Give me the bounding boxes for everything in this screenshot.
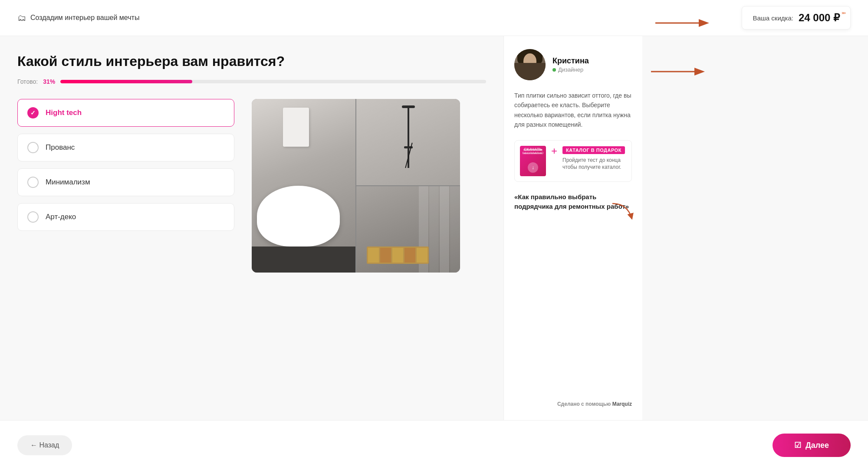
option-label-hight-tech: Hight tech xyxy=(46,108,82,117)
back-button-label: ← Назад xyxy=(30,441,59,449)
option-label-minimalism: Минимализм xyxy=(46,178,90,187)
option-label-art-deco: Арт-деко xyxy=(46,213,76,221)
radio-minimalism xyxy=(27,177,39,188)
chevron-icon: ⤔ xyxy=(842,10,846,16)
made-with: Сделано с помощью Marquiz xyxy=(514,401,632,407)
main-wrapper: Какой стиль интерьера вам нравится? Гото… xyxy=(0,36,868,420)
options-col: Hight tech Прованс Минимализм Арт-деко xyxy=(17,99,234,231)
discount-box: ⤔ Ваша скидка: 24 000 ₽ xyxy=(742,6,851,30)
designer-avatar xyxy=(514,49,546,80)
header: 🗂 Создадим интерьер вашей мечты ⤔ Ваша с… xyxy=(0,0,868,36)
book-promo-wrapper: «Как правильно выбрать подрядчика для ре… xyxy=(514,192,632,212)
catalog-thumbnail: ↓ СКАЧАТЬ БЕСПЛАТНО xyxy=(520,146,546,176)
sidebar: Кристина Дизайнер Тип плитки сильно зави… xyxy=(503,36,642,420)
option-minimalism[interactable]: Минимализм xyxy=(17,168,234,196)
progress-label: Готово: xyxy=(17,78,38,85)
online-dot xyxy=(552,68,556,72)
question-title: Какой стиль интерьера вам нравится? xyxy=(17,53,486,69)
designer-role-label: Дизайнер xyxy=(558,66,583,73)
sidebar-description: Тип плитки сильно зависит оттого, где вы… xyxy=(514,91,632,130)
radio-provance xyxy=(27,142,39,153)
main-content: Какой стиль интерьера вам нравится? Гото… xyxy=(0,36,503,420)
header-title: Создадим интерьер вашей мечты xyxy=(30,14,139,22)
discount-label: Ваша скидка: xyxy=(753,14,793,22)
bottom-nav: ← Назад ☑ Далее xyxy=(0,420,868,470)
next-button[interactable]: ☑ Далее xyxy=(773,434,851,457)
designer-name: Кристина xyxy=(552,56,589,66)
progress-bar xyxy=(60,80,486,83)
option-hight-tech[interactable]: Hight tech xyxy=(17,99,234,127)
catalog-promo: ↓ СКАЧАТЬ БЕСПЛАТНО + КАТАЛОГ В ПОДАРОК … xyxy=(514,140,632,182)
progress-bar-fill xyxy=(60,80,192,83)
curved-arrow-icon xyxy=(610,201,636,225)
progress-row: Готово: 31% xyxy=(17,78,486,85)
header-left: 🗂 Создадим интерьер вашей мечты xyxy=(17,13,139,23)
catalog-description: Пройдите тест до конца чтобы получите ка… xyxy=(562,157,626,171)
option-art-deco[interactable]: Арт-деко xyxy=(17,203,234,231)
radio-hight-tech xyxy=(27,107,39,118)
avatar-image xyxy=(514,49,546,80)
catalog-text-col: КАТАЛОГ В ПОДАРОК Пройдите тест до конца… xyxy=(562,146,626,171)
catalog-plus-icon: + xyxy=(551,146,557,156)
next-button-label: Далее xyxy=(806,441,829,450)
image-shower xyxy=(356,99,460,185)
made-with-prefix: Сделано с помощью xyxy=(557,401,612,407)
progress-percent: 31% xyxy=(43,78,55,85)
back-button[interactable]: ← Назад xyxy=(17,435,72,455)
content-row: Hight tech Прованс Минимализм Арт-деко xyxy=(17,99,486,273)
made-with-brand: Marquiz xyxy=(612,401,632,407)
logo-icon: 🗂 xyxy=(17,13,26,23)
image-bathtub xyxy=(252,99,355,273)
designer-info: Кристина Дизайнер xyxy=(552,56,589,73)
discount-value: 24 000 ₽ xyxy=(799,12,840,24)
option-label-provance: Прованс xyxy=(46,143,75,152)
designer-role: Дизайнер xyxy=(552,66,589,73)
check-icon: ☑ xyxy=(794,440,801,450)
bathroom-image xyxy=(252,99,460,273)
image-col xyxy=(252,99,486,273)
designer-card: Кристина Дизайнер xyxy=(514,49,632,80)
catalog-badge: КАТАЛОГ В ПОДАРОК xyxy=(562,146,625,154)
radio-art-deco xyxy=(27,211,39,223)
option-provance[interactable]: Прованс xyxy=(17,134,234,161)
image-blinds xyxy=(356,186,460,273)
